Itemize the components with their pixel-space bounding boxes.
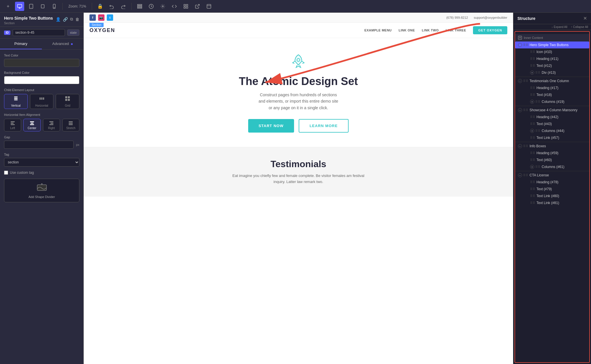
collapse-testimonials-btn[interactable]: −: [518, 79, 522, 83]
id-input[interactable]: [13, 29, 65, 36]
structure-item-div13[interactable]: + ⠿⠿ Div (#13): [515, 69, 589, 76]
nav-example-menu[interactable]: EXAMPLE MENU: [364, 29, 392, 32]
desktop-view-button[interactable]: [15, 2, 24, 11]
hero-learn-more-button[interactable]: LEARN MORE: [299, 119, 349, 133]
tablet-view-button[interactable]: [27, 2, 36, 11]
history-button[interactable]: [147, 2, 156, 11]
export-button[interactable]: [193, 2, 202, 11]
add-element-button[interactable]: +: [3, 2, 13, 11]
collapse-columns19-btn[interactable]: +: [530, 100, 534, 104]
tab-primary[interactable]: Primary: [0, 39, 42, 49]
structure-item-textlink81[interactable]: ⠿⠿ Text Link (#81): [515, 199, 589, 206]
collapse-div13-btn[interactable]: +: [530, 71, 534, 75]
align-label: Horizontal Item Alignment: [4, 113, 79, 116]
structure-item-testimonials[interactable]: − ⠿⠿ Testimonials One Column: [515, 78, 589, 84]
redo-button[interactable]: [119, 2, 128, 11]
inner-content-label: Inner Content: [524, 36, 543, 39]
layout-horizontal-btn[interactable]: Horizontal: [30, 94, 54, 109]
testimonials-text: Eat imagine you chiefly few and female c…: [229, 173, 368, 185]
tag-select[interactable]: section: [4, 158, 79, 167]
structure-item-columns44[interactable]: + ⠿⠿ Columns (#44): [515, 127, 589, 134]
structure-item-text79[interactable]: ⠿⠿ Text (#79): [515, 186, 589, 193]
add-shape-divider-button[interactable]: Add Shape Divider: [4, 179, 79, 202]
site-logo: OXYGEN: [89, 27, 115, 33]
undo-button[interactable]: [107, 2, 116, 11]
collapse-cta-btn[interactable]: −: [518, 173, 522, 177]
structure-close-button[interactable]: ✕: [583, 16, 587, 21]
layout-horizontal-label: Horizontal: [35, 104, 48, 107]
layout-grid-btn[interactable]: Grid: [56, 94, 79, 109]
nav-cta-button[interactable]: GET OXYGEN: [473, 26, 507, 34]
grid-button[interactable]: [181, 2, 190, 11]
svg-rect-27: [68, 96, 70, 98]
toolbar-separator-3: [131, 3, 132, 10]
structure-item-text12[interactable]: ⠿⠿ Text (#12): [515, 62, 589, 69]
collapse-infoboxes-btn[interactable]: −: [518, 144, 522, 148]
structure-item-textlink80[interactable]: ⠿⠿ Text Link (#80): [515, 193, 589, 199]
structure-item-columns61[interactable]: + ⠿⠿ Columns (#61): [515, 163, 589, 170]
drag-heading59: ⠿⠿: [530, 151, 535, 155]
collapse-columns44-btn[interactable]: +: [530, 129, 534, 133]
panel-copy-icon[interactable]: ⧉: [70, 17, 73, 22]
drag-columns44: ⠿⠿: [535, 129, 540, 133]
structure-item-textlink57[interactable]: ⠿⠿ Text Link (#57): [515, 134, 589, 141]
layout-vertical-btn[interactable]: Vertical: [4, 94, 28, 109]
nav-link-two[interactable]: LINK TWO: [422, 29, 439, 32]
hero-start-now-button[interactable]: START NOW: [248, 119, 294, 133]
structure-item-cta[interactable]: − ⠿⠿ CTA License: [515, 172, 589, 179]
align-center-btn[interactable]: Center: [23, 119, 40, 131]
collapse-showcase-btn[interactable]: −: [518, 108, 522, 112]
align-left-btn[interactable]: Left: [4, 119, 21, 131]
drag-heading78: ⠿⠿: [530, 180, 535, 184]
nav-links: EXAMPLE MENU LINK ONE LINK TWO LINK THRE…: [364, 26, 507, 34]
panel-link-icon[interactable]: 🔗: [63, 17, 68, 22]
structure-item-text18[interactable]: ⠿⠿ Text (#18): [515, 91, 589, 98]
structure-item-heading78[interactable]: ⠿⠿ Heading (#78): [515, 179, 589, 186]
custom-tag-checkbox[interactable]: [4, 171, 8, 175]
nav-link-three[interactable]: LINK THREE: [446, 29, 466, 32]
collapse-all-label[interactable]: ↑ Collapse All: [571, 25, 588, 29]
state-button[interactable]: state: [67, 29, 79, 36]
horizontal-icon: [39, 96, 45, 103]
layout-grid-label: Grid: [65, 104, 70, 107]
structure-item-text60[interactable]: ⠿⠿ Text (#60): [515, 156, 589, 163]
code-button[interactable]: [170, 2, 179, 11]
structure-item-columns19[interactable]: + ⠿⠿ Columns (#19): [515, 98, 589, 105]
align-right-btn[interactable]: Right: [43, 119, 60, 131]
collapse-columns61-btn[interactable]: +: [530, 165, 534, 169]
structure-item-heading17[interactable]: ⠿⠿ Heading (#17): [515, 84, 589, 91]
structure-item-heading42[interactable]: ⠿⠿ Heading (#42): [515, 114, 589, 120]
tablet-small-view-button[interactable]: [38, 2, 47, 11]
drag-heading11: ⠿⠿: [530, 57, 535, 61]
text18-label: Text (#18): [536, 93, 552, 97]
align-stretch-btn[interactable]: Stretch: [62, 119, 79, 131]
structure-item-showcase[interactable]: − ⠿⠿ Showcase 4 Column Mansonry: [515, 107, 589, 114]
structure-item-heading11[interactable]: ⠿⠿ Heading (#11): [515, 55, 589, 62]
collapse-hero-btn[interactable]: −: [518, 43, 522, 47]
mobile-view-button[interactable]: [50, 2, 59, 11]
text-color-swatch[interactable]: [4, 59, 79, 67]
layout-vertical-label: Vertical: [11, 104, 20, 107]
structure-item-icon10[interactable]: ⠿⠿ Icon (#10): [515, 48, 589, 55]
structure-item-infoboxes[interactable]: − ⠿⠿ Info Boxes: [515, 143, 589, 150]
panel-delete-icon[interactable]: 🗑: [75, 17, 79, 22]
heading17-label: Heading (#17): [536, 86, 558, 90]
testimonials-section: Testimonials Eat imagine you chiefly few…: [84, 147, 513, 197]
settings-button[interactable]: [158, 2, 167, 11]
nav-link-one[interactable]: LINK ONE: [399, 29, 415, 32]
structure-item-hero[interactable]: − ⠿⠿ Hero Simple Two Buttons: [515, 42, 589, 48]
panel-user-icon[interactable]: 👤: [56, 17, 61, 22]
drag-hero: ⠿⠿: [523, 43, 528, 47]
tab-advanced[interactable]: Advanced: [42, 39, 84, 49]
drag-infoboxes: ⠿⠿: [523, 144, 528, 148]
template-button[interactable]: [204, 2, 214, 11]
structure-item-text43[interactable]: ⠿⠿ Text (#43): [515, 120, 589, 127]
drag-textlink57: ⠿⠿: [530, 136, 535, 140]
structure-button[interactable]: [135, 2, 144, 11]
custom-tag-row: Use custom tag: [4, 171, 79, 175]
bg-color-swatch[interactable]: [4, 76, 79, 84]
expand-all-label[interactable]: ↓ Expand All: [551, 25, 567, 29]
gap-input[interactable]: [4, 141, 74, 149]
lock-button[interactable]: 🔒: [96, 2, 105, 11]
structure-item-heading59[interactable]: ⠿⠿ Heading (#59): [515, 150, 589, 156]
